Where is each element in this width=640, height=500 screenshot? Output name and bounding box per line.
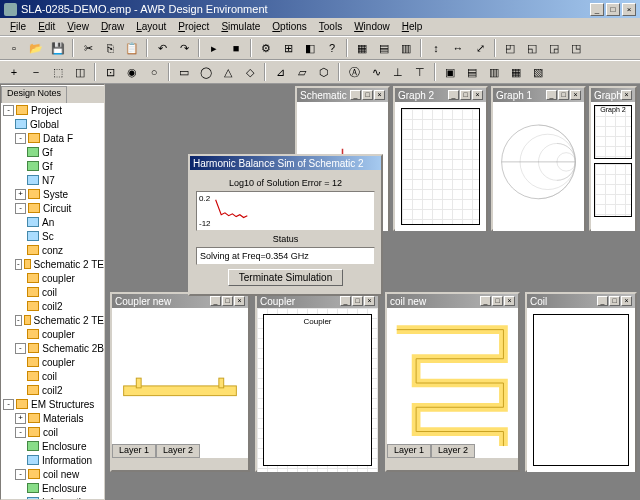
window-graph1[interactable]: Graph 1_□× [491,86,586,231]
tool-icon[interactable]: ▦ [506,62,526,82]
stop-icon[interactable]: ■ [226,38,246,58]
tree-node[interactable]: +Materials [1,411,104,425]
tree-node[interactable]: An [1,215,104,229]
tool-icon[interactable]: ⤢ [470,38,490,58]
tree-node[interactable]: conz [1,243,104,257]
tool-icon[interactable]: ◧ [300,38,320,58]
window-coil-new[interactable]: coil new_□× Layer 1Layer 2 [385,292,520,472]
tool-icon[interactable]: ◱ [522,38,542,58]
tool-icon[interactable]: ∿ [366,62,386,82]
window-graph5[interactable]: Graph 5× Graph 2 [589,86,637,231]
tool-icon[interactable]: ▦ [352,38,372,58]
help-icon[interactable]: ? [322,38,342,58]
tool-icon[interactable]: ▣ [440,62,460,82]
tool-icon[interactable]: ⊞ [278,38,298,58]
tree-toggle-icon[interactable]: - [3,399,14,410]
window-coil[interactable]: Coil_□× [525,292,637,472]
tree-node[interactable]: coil2 [1,299,104,313]
win-close-icon[interactable]: × [504,296,515,306]
win-max-icon[interactable]: □ [460,90,471,100]
tree-node[interactable]: +Syste [1,187,104,201]
project-tree[interactable]: Design Notes -ProjectGlobal-Data FGfGfN7… [0,84,105,500]
tree-node[interactable]: N7 [1,173,104,187]
window-graph2[interactable]: Graph 2_□× [393,86,488,231]
tool-icon[interactable]: ↕ [426,38,446,58]
tool-icon[interactable]: ◉ [122,62,142,82]
tree-node[interactable]: Global [1,117,104,131]
tool-icon[interactable]: ○ [144,62,164,82]
tool-icon[interactable]: ▤ [462,62,482,82]
new-icon[interactable]: ▫ [4,38,24,58]
win-max-icon[interactable]: □ [222,296,233,306]
win-close-icon[interactable]: × [234,296,245,306]
win-min-icon[interactable]: _ [448,90,459,100]
tree-node[interactable]: -EM Structures [1,397,104,411]
win-max-icon[interactable]: □ [558,90,569,100]
win-max-icon[interactable]: □ [352,296,363,306]
tree-node[interactable]: -coil new [1,467,104,481]
tool-icon[interactable]: ⊤ [410,62,430,82]
tool-icon[interactable]: ⊡ [100,62,120,82]
tree-node[interactable]: Gf [1,145,104,159]
window-coupler-new[interactable]: Coupler new_□× Layer 1Layer 2 [110,292,250,472]
tree-toggle-icon[interactable]: - [15,343,26,354]
save-icon[interactable]: 💾 [48,38,68,58]
tree-tab-design-notes[interactable]: Design Notes [1,86,67,103]
tool-icon[interactable]: △ [218,62,238,82]
layer-tab[interactable]: Layer 2 [156,444,200,458]
terminate-simulation-button[interactable]: Terminate Simulation [228,269,343,286]
tree-node[interactable]: Enclosure [1,439,104,453]
win-min-icon[interactable]: _ [350,90,361,100]
tree-toggle-icon[interactable]: - [15,203,26,214]
cut-icon[interactable]: ✂ [78,38,98,58]
tool-icon[interactable]: ▱ [292,62,312,82]
tree-node[interactable]: -coil [1,425,104,439]
tool-icon[interactable]: ⬡ [314,62,334,82]
tool-icon[interactable]: ◇ [240,62,260,82]
win-max-icon[interactable]: □ [362,90,373,100]
layer-tab[interactable]: Layer 1 [387,444,431,458]
menu-project[interactable]: Project [172,19,215,34]
undo-icon[interactable]: ↶ [152,38,172,58]
tree-toggle-icon[interactable]: - [15,133,26,144]
tree-node[interactable]: coupler [1,327,104,341]
simulation-dialog[interactable]: Harmonic Balance Sim of Schematic 2 Log1… [188,154,383,296]
win-max-icon[interactable]: □ [609,296,620,306]
tool-icon[interactable]: ◫ [70,62,90,82]
layer-tab[interactable]: Layer 1 [112,444,156,458]
win-min-icon[interactable]: _ [597,296,608,306]
layer-tab[interactable]: Layer 2 [431,444,475,458]
tree-toggle-icon[interactable]: - [15,259,22,270]
tree-node[interactable]: Sc [1,229,104,243]
menu-draw[interactable]: Draw [95,19,130,34]
tree-node[interactable]: -Schematic 2B [1,341,104,355]
close-button[interactable]: × [622,3,636,16]
zoom-out-icon[interactable]: − [26,62,46,82]
tree-node[interactable]: coupler [1,355,104,369]
paste-icon[interactable]: 📋 [122,38,142,58]
tool-icon[interactable]: ⊥ [388,62,408,82]
menu-file[interactable]: File [4,19,32,34]
tree-node[interactable]: -Data F [1,131,104,145]
tree-toggle-icon[interactable]: - [15,315,22,326]
win-close-icon[interactable]: × [621,90,632,100]
window-coupler[interactable]: Coupler_□× Coupler [255,292,380,472]
menu-simulate[interactable]: Simulate [215,19,266,34]
tree-node[interactable]: Enclosure [1,481,104,495]
run-icon[interactable]: ▸ [204,38,224,58]
win-close-icon[interactable]: × [374,90,385,100]
win-close-icon[interactable]: × [364,296,375,306]
win-min-icon[interactable]: _ [546,90,557,100]
tool-icon[interactable]: ◰ [500,38,520,58]
tree-node[interactable]: -Schematic 2 TE [1,257,104,271]
tree-node[interactable]: Information [1,453,104,467]
tool-icon[interactable]: ↔ [448,38,468,58]
win-close-icon[interactable]: × [621,296,632,306]
menu-options[interactable]: Options [266,19,312,34]
tool-icon[interactable]: ⊿ [270,62,290,82]
redo-icon[interactable]: ↷ [174,38,194,58]
menu-help[interactable]: Help [396,19,429,34]
win-max-icon[interactable]: □ [492,296,503,306]
win-close-icon[interactable]: × [472,90,483,100]
tree-toggle-icon[interactable]: - [15,469,26,480]
